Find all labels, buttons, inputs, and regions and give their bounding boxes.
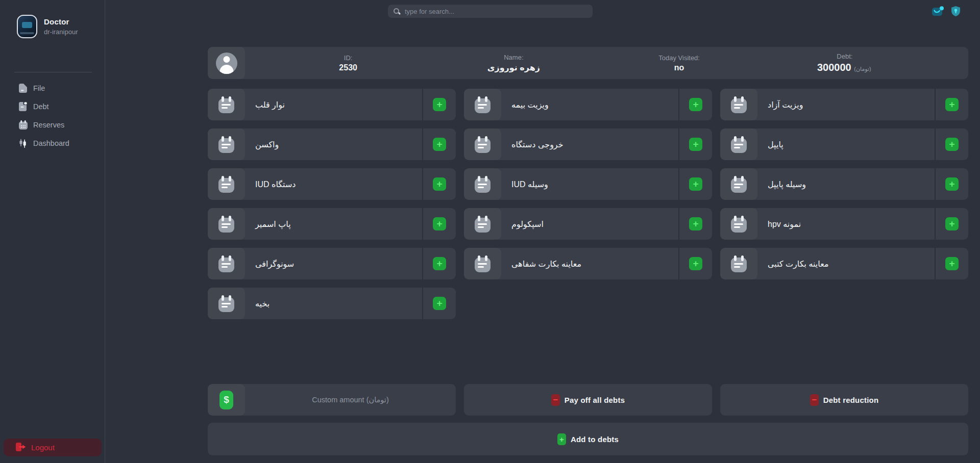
field-value: 2530: [339, 63, 357, 72]
service-icon-box: [720, 248, 757, 279]
service-card: ویزیت آزاد+: [720, 89, 968, 120]
plus-icon: +: [949, 259, 954, 268]
add-service-button[interactable]: +: [689, 138, 702, 151]
debt-reduction-button[interactable]: Debt reduction: [720, 384, 968, 416]
service-label: معاینه بکارت شفاهی: [511, 259, 581, 269]
calendar-icon: [731, 96, 747, 113]
card-divider: [422, 89, 423, 120]
service-icon-box: [208, 248, 245, 279]
field-value: 300000 (تومان): [817, 62, 872, 73]
plus-icon: +: [693, 219, 698, 228]
patient-avatar-box: [208, 47, 245, 79]
service-card: خروجی دستگاه+: [464, 128, 712, 160]
calendar-icon: [475, 255, 491, 272]
dollar-icon: $: [219, 391, 233, 409]
pay-all-debts-label: Pay off all debts: [565, 396, 625, 404]
plus-icon: +: [949, 179, 954, 189]
field-label: Debt:: [837, 53, 852, 60]
add-service-button[interactable]: +: [433, 217, 446, 230]
plus-icon: +: [436, 99, 442, 109]
debt-actions-row: $ Pay off all debts Debt reduction: [208, 384, 968, 416]
sidebar-item-dashboard[interactable]: Dashboard: [0, 134, 106, 152]
calendar-icon: [731, 136, 747, 153]
service-icon-box: [208, 89, 245, 120]
mail-notification-icon[interactable]: [932, 6, 944, 16]
sidebar-item-label: Debt: [33, 102, 49, 111]
add-service-button[interactable]: +: [433, 138, 446, 151]
service-card: معاینه بکارت شفاهی+: [464, 248, 712, 279]
service-card: نوار قلب+: [208, 89, 456, 120]
card-divider: [935, 128, 936, 160]
services-grid: نوار قلب+واکسن+دستگاه IUD+پاپ اسمیر+سونو…: [208, 89, 968, 319]
sidebar-divider: [14, 72, 92, 72]
service-icon-box: [464, 89, 501, 120]
add-service-button[interactable]: +: [433, 177, 446, 191]
add-service-button[interactable]: +: [689, 177, 702, 191]
add-service-button[interactable]: +: [689, 257, 702, 270]
add-service-button[interactable]: +: [433, 297, 446, 310]
card-divider: [422, 208, 423, 240]
dashboard-candlestick-icon: [18, 139, 28, 148]
doctor-title: Doctor: [44, 17, 78, 26]
pay-all-debts-button[interactable]: Pay off all debts: [464, 384, 712, 416]
sidebar-item-reserves[interactable]: Reserves: [0, 116, 106, 134]
search-input[interactable]: [405, 8, 587, 15]
custom-amount-input[interactable]: [245, 384, 456, 416]
service-card: بخیه+: [208, 288, 456, 319]
add-to-debts-button[interactable]: + Add to debts: [208, 423, 968, 455]
card-divider: [678, 128, 679, 160]
add-service-button[interactable]: +: [689, 98, 702, 111]
file-icon: [18, 84, 28, 93]
service-card: وسیله پایپل+: [720, 168, 968, 200]
add-service-button[interactable]: +: [433, 98, 446, 111]
plus-icon: +: [693, 179, 698, 189]
doctor-username: dr-iranipour: [44, 28, 78, 36]
card-divider: [935, 89, 936, 120]
logout-label: Logout: [31, 443, 55, 452]
shield-lock-icon[interactable]: [951, 6, 960, 16]
doctor-profile: Doctor dr-iranipour: [17, 15, 78, 38]
service-card: دستگاه IUD+: [208, 168, 456, 200]
sidebar-item-debt[interactable]: Debt: [0, 97, 106, 116]
service-label: سونوگرافی: [255, 259, 294, 269]
card-divider: [935, 168, 936, 200]
logout-button[interactable]: Logout: [4, 439, 102, 456]
card-divider: [678, 208, 679, 240]
add-service-button[interactable]: +: [945, 98, 959, 111]
add-service-button[interactable]: +: [433, 257, 446, 270]
service-icon-box: [720, 168, 757, 200]
reserves-calendar-icon: [18, 120, 28, 130]
calendar-icon: [218, 176, 234, 193]
service-label: بخیه: [255, 299, 270, 308]
card-divider: [935, 248, 936, 279]
custom-amount-card: $: [208, 384, 456, 416]
plus-icon: +: [436, 139, 442, 149]
calendar-icon: [731, 255, 747, 272]
service-card: اسپکولوم+: [464, 208, 712, 240]
calendar-icon: [218, 295, 234, 312]
calendar-icon: [218, 96, 234, 113]
calendar-icon: [218, 136, 234, 153]
add-service-button[interactable]: +: [945, 138, 959, 151]
logout-icon: [16, 443, 26, 453]
add-to-debts-label: Add to debts: [571, 435, 619, 444]
plus-icon: +: [436, 179, 442, 189]
field-label: ID:: [344, 54, 353, 62]
doctor-avatar: [17, 15, 37, 38]
add-service-button[interactable]: +: [945, 217, 959, 230]
add-service-button[interactable]: +: [945, 177, 959, 191]
service-icon-box: [208, 208, 245, 240]
add-service-button[interactable]: +: [689, 217, 702, 230]
search-bar: [388, 5, 593, 18]
person-icon: [216, 53, 237, 74]
calendar-icon: [731, 176, 747, 193]
sidebar-item-label: Dashboard: [33, 139, 69, 147]
services-column: نوار قلب+واکسن+دستگاه IUD+پاپ اسمیر+سونو…: [208, 89, 456, 319]
service-icon-box: [464, 168, 501, 200]
calendar-icon: [475, 136, 491, 153]
sidebar-item-file[interactable]: File: [0, 79, 106, 97]
service-label: نمونه hpv: [768, 219, 801, 229]
add-service-button[interactable]: +: [945, 257, 959, 270]
services-column: ویزیت بیمه+خروجی دستگاه+وسیله IUD+اسپکول…: [464, 89, 712, 319]
service-label: دستگاه IUD: [255, 179, 296, 189]
